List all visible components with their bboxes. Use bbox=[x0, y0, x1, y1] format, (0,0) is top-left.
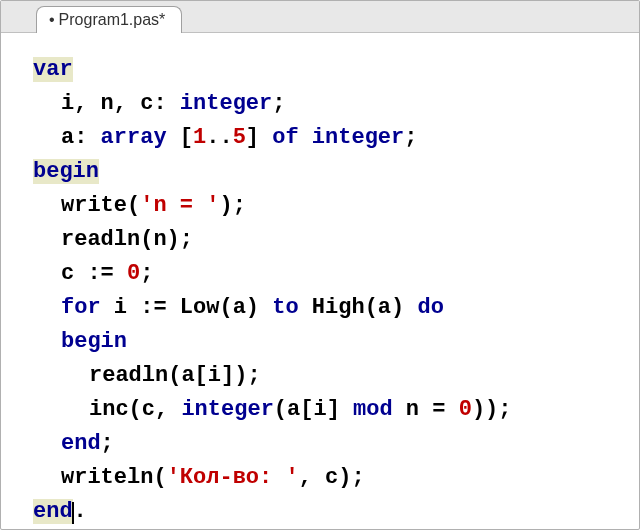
code-text: readln(a[i]); bbox=[89, 363, 261, 388]
code-text: n = bbox=[393, 397, 459, 422]
string-literal: 'Кол-во: ' bbox=[167, 465, 299, 490]
keyword-begin: begin bbox=[61, 329, 127, 354]
code-line: var bbox=[33, 53, 631, 87]
file-tab[interactable]: •Program1.pas* bbox=[36, 6, 182, 33]
code-text: . bbox=[74, 499, 87, 524]
tab-bar: •Program1.pas* bbox=[1, 1, 639, 33]
code-line: writeln('Кол-во: ', c); bbox=[33, 461, 631, 495]
code-text: i, n, c: bbox=[61, 91, 180, 116]
keyword-array: array bbox=[101, 125, 167, 150]
code-line: i, n, c: integer; bbox=[33, 87, 631, 121]
code-line: readln(a[i]); bbox=[33, 359, 631, 393]
string-literal: 'n = ' bbox=[140, 193, 219, 218]
code-text: ; bbox=[140, 261, 153, 286]
code-text: inc(c, bbox=[89, 397, 181, 422]
keyword-to: to bbox=[272, 295, 298, 320]
code-line: a: array [1..5] of integer; bbox=[33, 121, 631, 155]
code-text: ] bbox=[246, 125, 272, 150]
keyword-end: end bbox=[33, 499, 73, 524]
code-text: i := Low(a) bbox=[101, 295, 273, 320]
code-text: ; bbox=[272, 91, 285, 116]
code-text: a: bbox=[61, 125, 101, 150]
type-integer: integer bbox=[180, 91, 272, 116]
keyword-end: end bbox=[61, 431, 101, 456]
code-text: c := bbox=[61, 261, 127, 286]
code-text: readln(n); bbox=[61, 227, 193, 252]
code-line: begin bbox=[33, 155, 631, 189]
code-text: ; bbox=[404, 125, 417, 150]
code-text: writeln( bbox=[61, 465, 167, 490]
keyword-of: of bbox=[272, 125, 298, 150]
code-line: c := 0; bbox=[33, 257, 631, 291]
number-literal: 1 bbox=[193, 125, 206, 150]
code-text: write( bbox=[61, 193, 140, 218]
type-integer: integer bbox=[181, 397, 273, 422]
code-text: ); bbox=[219, 193, 245, 218]
code-text: .. bbox=[206, 125, 232, 150]
code-text: High(a) bbox=[299, 295, 418, 320]
code-text: )); bbox=[472, 397, 512, 422]
code-text: ; bbox=[101, 431, 114, 456]
keyword-for: for bbox=[61, 295, 101, 320]
type-integer: integer bbox=[312, 125, 404, 150]
tab-filename: Program1.pas* bbox=[59, 11, 166, 29]
code-text: (a[i] bbox=[274, 397, 353, 422]
keyword-var: var bbox=[33, 57, 73, 82]
code-line: write('n = '); bbox=[33, 189, 631, 223]
code-line: begin bbox=[33, 325, 631, 359]
code-text bbox=[299, 125, 312, 150]
code-line: readln(n); bbox=[33, 223, 631, 257]
number-literal: 0 bbox=[459, 397, 472, 422]
code-line: end; bbox=[33, 427, 631, 461]
code-text: [ bbox=[167, 125, 193, 150]
number-literal: 5 bbox=[233, 125, 246, 150]
keyword-begin: begin bbox=[33, 159, 99, 184]
code-line: inc(c, integer(a[i] mod n = 0)); bbox=[33, 393, 631, 427]
keyword-mod: mod bbox=[353, 397, 393, 422]
code-line: for i := Low(a) to High(a) do bbox=[33, 291, 631, 325]
code-line: end. bbox=[33, 495, 631, 529]
code-text: , c); bbox=[299, 465, 365, 490]
code-editor[interactable]: var i, n, c: integer; a: array [1..5] of… bbox=[1, 33, 639, 530]
keyword-do: do bbox=[417, 295, 443, 320]
editor-window: •Program1.pas* var i, n, c: integer; a: … bbox=[0, 0, 640, 530]
modified-dot-icon: • bbox=[49, 11, 55, 29]
number-literal: 0 bbox=[127, 261, 140, 286]
